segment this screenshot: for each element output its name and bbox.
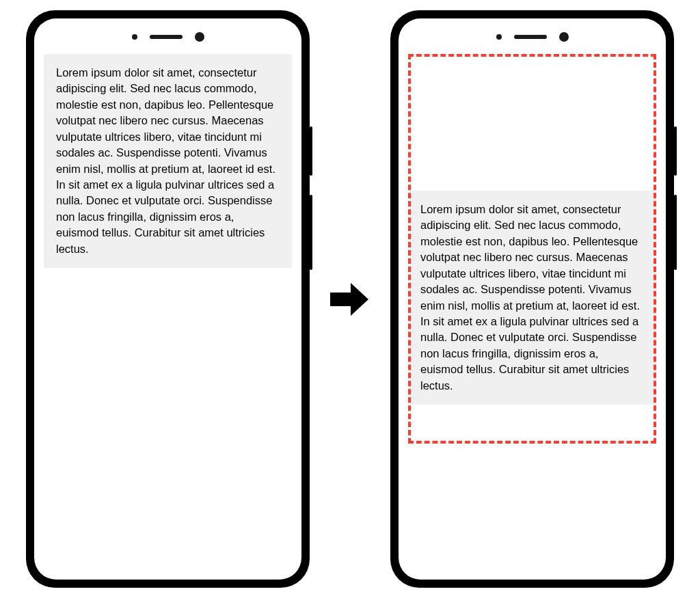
lorem-text: Lorem ipsum dolor sit amet, consectetur … — [420, 203, 640, 392]
phone-mockup-right: Lorem ipsum dolor sit amet, consectetur … — [390, 10, 674, 588]
power-button-icon — [310, 126, 312, 176]
speaker-icon — [514, 35, 547, 39]
sensor-dot-icon — [496, 34, 502, 40]
screen-area-left: Lorem ipsum dolor sit amet, consectetur … — [44, 54, 292, 544]
phone-side-buttons — [310, 126, 312, 289]
phone-bezel: Lorem ipsum dolor sit amet, consectetur … — [399, 18, 666, 580]
phone-side-buttons — [674, 126, 677, 289]
speaker-icon — [150, 35, 183, 39]
power-button-icon — [674, 126, 677, 176]
volume-button-icon — [310, 195, 312, 270]
volume-button-icon — [674, 195, 677, 270]
lorem-text: Lorem ipsum dolor sit amet, consectetur … — [56, 66, 275, 255]
content-text-box: Lorem ipsum dolor sit amet, consectetur … — [44, 54, 292, 268]
phone-bezel: Lorem ipsum dolor sit amet, consectetur … — [34, 18, 301, 580]
phone-mockup-left: Lorem ipsum dolor sit amet, consectetur … — [26, 10, 310, 588]
sensor-dot-icon — [132, 34, 137, 40]
camera-dot-icon — [559, 32, 569, 42]
camera-dot-icon — [195, 32, 204, 42]
phone-sensors — [132, 32, 204, 42]
content-text-box: Lorem ipsum dolor sit amet, consectetur … — [408, 191, 656, 405]
phone-sensors — [496, 32, 569, 42]
arrow-icon — [330, 282, 370, 317]
layout-diagram: Lorem ipsum dolor sit amet, consectetur … — [0, 0, 700, 598]
screen-area-right: Lorem ipsum dolor sit amet, consectetur … — [408, 54, 656, 544]
